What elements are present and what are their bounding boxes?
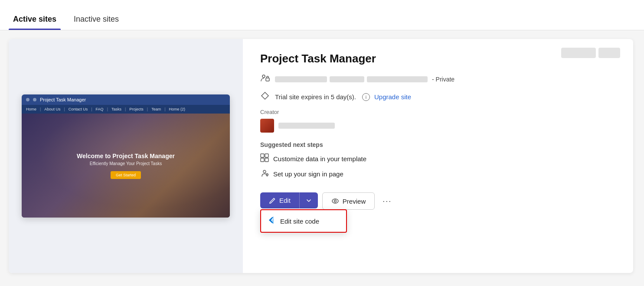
creator-name-blurred: [278, 123, 335, 129]
nav-contact: Contact Us: [69, 107, 88, 111]
site-preview-panel: Project Task Manager Home | About Us | C…: [9, 39, 243, 273]
edit-site-code-item[interactable]: Edit site code: [261, 212, 346, 230]
nav-team: Team: [151, 107, 161, 111]
users-lock-icon: [260, 73, 271, 85]
browser-bar: Project Task Manager: [22, 94, 230, 105]
nav-home2: Home (2): [169, 107, 186, 111]
edit-dropdown-button[interactable]: [299, 192, 318, 208]
info-icon: i: [366, 94, 366, 100]
preview-button[interactable]: Preview: [322, 192, 375, 210]
hero-title: Welcome to Project Task Manager: [77, 153, 175, 159]
step-signin: Set up your sign in page: [260, 169, 616, 179]
nav-home: Home: [26, 107, 36, 111]
vscode-icon: [268, 216, 276, 226]
trial-row: Trial site expires in 5 day(s). i Upgrad…: [260, 91, 616, 103]
info-button[interactable]: i: [362, 93, 370, 101]
chevron-down-icon: [306, 198, 312, 204]
nav-projects: Projects: [129, 107, 144, 111]
browser-hero: Welcome to Project Task Manager Efficien…: [22, 114, 230, 218]
site-card: Project Task Manager Home | About Us | C…: [9, 39, 633, 273]
hero-cta-button[interactable]: Get Started: [111, 171, 141, 179]
edit-button-group: Edit: [260, 192, 318, 208]
url-blurred-1: [275, 76, 327, 82]
svg-rect-4: [261, 158, 264, 162]
blurred-action-1: [561, 48, 596, 58]
nav-faq: FAQ: [96, 107, 104, 111]
main-content: Project Task Manager Home | About Us | C…: [0, 30, 644, 282]
pencil-icon: [269, 197, 276, 204]
url-blurred-3: [367, 76, 428, 82]
tab-active-sites[interactable]: Active sites: [9, 15, 61, 30]
hero-text-block: Welcome to Project Task Manager Efficien…: [77, 153, 175, 179]
svg-rect-3: [265, 154, 268, 157]
more-options-label: ···: [382, 197, 392, 205]
browser-nav: Home | About Us | Contact Us | FAQ | Tas…: [22, 105, 230, 114]
customize-icon: [260, 153, 269, 164]
browser-mockup: Project Task Manager Home | About Us | C…: [22, 94, 230, 218]
edit-label: Edit: [279, 197, 291, 204]
site-info-panel: Project Task Manager - Private: [243, 39, 633, 273]
svg-point-8: [332, 199, 338, 203]
tab-inactive-label: Inactive sites: [74, 15, 119, 23]
edit-dropdown-menu: Edit site code: [260, 209, 347, 233]
visibility-row: - Private: [260, 73, 616, 85]
private-label: - Private: [432, 76, 454, 83]
blurred-action-2: [598, 48, 620, 58]
browser-dot-1: [26, 98, 29, 101]
svg-point-6: [263, 170, 266, 173]
creator-row: [260, 119, 616, 133]
upgrade-site-link[interactable]: Upgrade site: [374, 93, 411, 101]
browser-dot-2: [33, 98, 36, 101]
step-customize-label: Customize data in your template: [273, 155, 366, 162]
signin-icon: [260, 169, 269, 179]
creator-avatar: [260, 119, 274, 133]
edit-button[interactable]: Edit: [260, 192, 299, 208]
edit-site-code-label: Edit site code: [280, 218, 319, 225]
browser-title: Project Task Manager: [40, 97, 86, 102]
url-blurred-2: [330, 76, 364, 82]
more-options-button[interactable]: ···: [379, 192, 395, 210]
creator-label: Creator: [260, 109, 616, 115]
preview-label: Preview: [343, 198, 366, 205]
blurred-url: [275, 76, 428, 82]
step-signin-label: Set up your sign in page: [273, 170, 343, 178]
nav-about: About Us: [44, 107, 60, 111]
nav-tasks: Tasks: [111, 107, 121, 111]
svg-point-0: [262, 75, 265, 78]
tab-inactive-sites[interactable]: Inactive sites: [69, 15, 123, 30]
trial-text: Trial site expires in 5 day(s).: [275, 93, 356, 101]
svg-rect-2: [261, 154, 264, 157]
diamond-icon: [260, 91, 271, 103]
actions-area: Edit: [260, 192, 616, 210]
eye-icon: [331, 197, 339, 205]
top-right-actions: [561, 48, 620, 58]
svg-point-9: [334, 200, 336, 202]
tabs-bar: Active sites Inactive sites: [0, 0, 644, 30]
svg-rect-1: [266, 78, 269, 81]
hero-subtitle: Efficiently Manage Your Project Tasks: [77, 161, 175, 166]
step-customize: Customize data in your template: [260, 153, 616, 164]
svg-rect-5: [265, 158, 268, 162]
steps-title: Suggested next steps: [260, 141, 616, 148]
tab-active-label: Active sites: [13, 15, 56, 23]
